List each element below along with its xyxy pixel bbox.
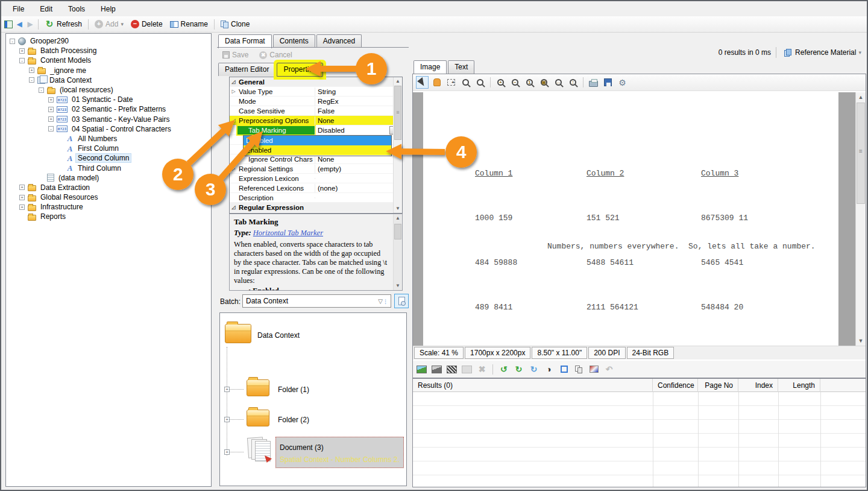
pan-hand-icon[interactable] bbox=[430, 76, 443, 89]
prop-regional-settings[interactable]: ▷Regional Settings(empty) bbox=[230, 164, 402, 174]
prop-case-sensitive[interactable]: Case SensitiveFalse bbox=[230, 106, 402, 116]
save-button[interactable]: Save bbox=[219, 49, 251, 60]
filter-icon[interactable]: ▽⋮ bbox=[378, 298, 388, 305]
tab-advanced[interactable]: Advanced bbox=[316, 34, 362, 48]
batch-folder2-label[interactable]: Folder (2) bbox=[278, 416, 309, 424]
copy-pages-icon[interactable] bbox=[573, 363, 585, 376]
tree-item-data-model[interactable]: (data model) bbox=[6, 173, 211, 183]
zoom-out-icon[interactable]: − bbox=[509, 76, 521, 89]
expand-icon[interactable]: + bbox=[48, 97, 54, 103]
dropdown-option-disabled[interactable]: Disabled bbox=[244, 136, 391, 145]
expand-icon[interactable]: + bbox=[224, 449, 230, 455]
type-link[interactable]: Horizontal Tab Marker bbox=[253, 229, 323, 237]
zoom-actual-size-icon[interactable]: 1 bbox=[523, 76, 536, 89]
tree-item-all-numbers[interactable]: AAll Numbers bbox=[6, 134, 211, 144]
tree-item-grooper290[interactable]: -Grooper290 bbox=[6, 36, 211, 46]
prop-mode[interactable]: ModeRegEx bbox=[230, 97, 402, 106]
collapse-icon[interactable]: - bbox=[10, 39, 15, 44]
print-icon[interactable] bbox=[587, 76, 600, 89]
menu-edit[interactable]: Edit bbox=[32, 2, 60, 16]
adjust-image-icon[interactable] bbox=[461, 363, 473, 376]
tab-image[interactable]: Image bbox=[414, 60, 447, 74]
results-title[interactable]: Results (0) bbox=[413, 379, 653, 392]
tab-text[interactable]: Text bbox=[448, 60, 474, 74]
delete-x-icon[interactable]: ✖ bbox=[476, 363, 488, 376]
expand-icon[interactable]: + bbox=[29, 68, 34, 73]
forward-icon[interactable]: ▶ bbox=[25, 19, 35, 29]
zoom-fit-width-icon[interactable]: ↔ bbox=[552, 76, 565, 89]
zoom-select-icon[interactable] bbox=[459, 76, 472, 89]
folder1-icon[interactable] bbox=[247, 379, 269, 396]
batch-document-item[interactable]: Document (3) Spatial Context - Number Co… bbox=[275, 437, 404, 468]
prop-description[interactable]: Description bbox=[230, 193, 402, 203]
delete-button[interactable]: − Delete bbox=[128, 19, 166, 30]
color-image-icon[interactable] bbox=[415, 363, 428, 376]
navigator-icon[interactable] bbox=[4, 19, 13, 29]
expand-icon[interactable]: + bbox=[48, 107, 54, 112]
save-image-icon[interactable] bbox=[602, 76, 614, 89]
collapse-icon[interactable]: - bbox=[39, 87, 44, 93]
back-icon[interactable]: ◀ bbox=[14, 19, 24, 29]
zoom-in-icon[interactable]: + bbox=[494, 76, 507, 89]
expand-icon[interactable]: + bbox=[19, 195, 25, 200]
expand-icon[interactable]: + bbox=[48, 116, 54, 122]
batch-select[interactable]: Data Context ▽⋮ bbox=[242, 294, 391, 308]
expand-icon[interactable]: + bbox=[19, 185, 25, 190]
prop-tab-marking[interactable]: Tab MarkingDisabled⌄ bbox=[230, 125, 402, 135]
collapse-icon[interactable]: - bbox=[29, 77, 34, 83]
zoom-fit-height-icon[interactable]: ↕ bbox=[567, 76, 579, 89]
col-length[interactable]: Length bbox=[778, 379, 820, 392]
prop-expression-lexicon[interactable]: Expression Lexicon bbox=[230, 174, 402, 183]
settings-tools-icon[interactable]: ⚙ bbox=[616, 76, 629, 89]
expand-icon[interactable]: + bbox=[19, 48, 25, 54]
folder2-icon[interactable] bbox=[247, 410, 269, 426]
tab-pattern-editor[interactable]: Pattern Editor bbox=[218, 63, 275, 76]
reference-material-button[interactable]: Reference Material ▾ bbox=[781, 47, 864, 58]
add-button[interactable]: + Add ▾ bbox=[92, 19, 127, 30]
batch-root-folder-icon[interactable] bbox=[225, 324, 251, 343]
collapse-icon[interactable]: - bbox=[48, 126, 54, 131]
tab-contents[interactable]: Contents bbox=[273, 34, 315, 48]
prop-referenced-lexicons[interactable]: Referenced Lexicons(none) bbox=[230, 183, 402, 193]
tree-item-second-column[interactable]: ASecond Column bbox=[6, 153, 211, 163]
tree-item-04-spatial-control[interactable]: -072304 Spatial - Control Characters bbox=[6, 124, 211, 134]
rotate-right-icon[interactable]: ↻ bbox=[512, 363, 525, 376]
tree-item-first-column[interactable]: AFirst Column bbox=[6, 144, 211, 153]
zoom-page-icon[interactable] bbox=[474, 76, 486, 89]
clone-button[interactable]: Clone bbox=[218, 19, 253, 30]
batch-root-label[interactable]: Data Context bbox=[257, 331, 300, 340]
tree-item-global-resources[interactable]: +Global Resources bbox=[6, 192, 211, 202]
expand-icon[interactable]: + bbox=[224, 387, 230, 392]
batch-view-button[interactable] bbox=[394, 294, 409, 308]
tree-item-data-context[interactable]: -Data Context bbox=[6, 75, 211, 85]
undo-icon[interactable]: ↶ bbox=[603, 363, 615, 376]
crop-icon[interactable] bbox=[558, 363, 570, 376]
viewer-scrollbar[interactable]: ▲≡▼ bbox=[855, 92, 866, 346]
expand-icon[interactable]: + bbox=[19, 204, 25, 210]
menu-help[interactable]: Help bbox=[93, 2, 124, 16]
batch-folder1-label[interactable]: Folder (1) bbox=[278, 385, 309, 394]
prop-value-type[interactable]: ▷Value TypeString bbox=[230, 87, 402, 97]
tree-item-content-models[interactable]: -Content Models bbox=[6, 55, 211, 65]
property-grid-scrollbar[interactable]: ▲≡▼ bbox=[393, 77, 402, 213]
grayscale-image-icon[interactable] bbox=[430, 363, 443, 376]
expand-icon[interactable]: + bbox=[224, 417, 230, 422]
tree-item-batch-processing[interactable]: +Batch Processing bbox=[6, 46, 211, 55]
contrast-icon[interactable]: ◑ bbox=[542, 363, 555, 376]
col-page-no[interactable]: Page No bbox=[698, 379, 738, 392]
results-body[interactable] bbox=[413, 392, 866, 487]
tree-item-02-semantic-prefix[interactable]: +072302 Semantic - Prefix Patterns bbox=[6, 104, 211, 114]
tree-item-ignore-me[interactable]: +_ignore me bbox=[6, 66, 211, 75]
collapse-icon[interactable]: - bbox=[19, 58, 25, 63]
col-confidence[interactable]: Confidence bbox=[653, 379, 698, 392]
select-region-icon[interactable]: + bbox=[445, 76, 458, 89]
tree-item-reports[interactable]: Reports bbox=[6, 212, 211, 221]
category-regular-expression[interactable]: ◿Regular Expression bbox=[230, 203, 402, 212]
bw-image-icon[interactable] bbox=[445, 363, 458, 376]
tab-data-format[interactable]: Data Format bbox=[218, 34, 272, 48]
refresh-button[interactable]: ↻ Refresh bbox=[42, 18, 85, 30]
pointer-tool-icon[interactable] bbox=[416, 76, 429, 89]
tab-properties[interactable]: Properties bbox=[277, 63, 323, 77]
prop-preprocessing-options[interactable]: ◿Preprocessing OptionsNone bbox=[230, 116, 402, 125]
tree-item-01-syntactic-date[interactable]: +072301 Syntactic - Date bbox=[6, 95, 211, 104]
